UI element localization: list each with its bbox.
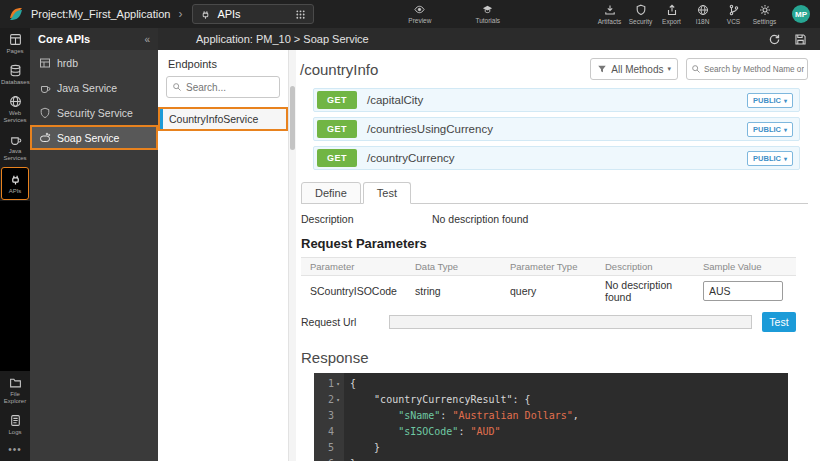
chevron-down-icon: ▾: [784, 155, 787, 162]
rail-item-pages[interactable]: Pages: [0, 28, 30, 59]
i18n-button[interactable]: I18N: [689, 4, 716, 25]
endpoints-search[interactable]: [166, 76, 280, 98]
settings-label: Settings: [753, 18, 777, 25]
globe-icon: [9, 95, 22, 108]
security-label: Security: [629, 18, 652, 25]
test-button[interactable]: Test: [762, 312, 796, 332]
rail-label: Logs: [1, 429, 29, 436]
col-data-type: Data Type: [406, 261, 501, 272]
wavemaker-logo-icon[interactable]: [8, 6, 24, 22]
rail-item-logs[interactable]: Logs: [0, 409, 30, 440]
artifacts-label: Artifacts: [598, 18, 621, 25]
branch-icon: [728, 4, 740, 16]
core-item-security-service[interactable]: Security Service: [30, 100, 158, 125]
save-icon[interactable]: [794, 33, 807, 46]
visibility-dropdown[interactable]: PUBLIC ▾: [747, 151, 793, 166]
vcs-button[interactable]: VCS: [720, 4, 747, 25]
folder-icon: [9, 376, 22, 389]
workspace-switcher[interactable]: APIs: [192, 4, 314, 24]
rail-item-databases[interactable]: Databases: [0, 59, 30, 90]
request-url-row: Request Url Test: [301, 312, 796, 332]
rail-item-file-explorer[interactable]: File Explorer: [0, 371, 30, 409]
code-line: }: [350, 456, 579, 461]
chevron-down-icon: ▾: [784, 97, 787, 104]
gutter-line-number: 5: [328, 440, 334, 456]
tutorials-button[interactable]: Tutorials: [475, 4, 500, 24]
gear-icon: [759, 4, 771, 16]
api-row-countries-using-currency[interactable]: GET /countriesUsingCurrency PUBLIC ▾: [313, 117, 800, 141]
refresh-icon[interactable]: [768, 33, 781, 46]
endpoint-list-item[interactable]: CountryInfoService: [158, 107, 288, 131]
methods-filter-label: All Methods: [611, 64, 663, 75]
export-arrow-icon: [666, 4, 678, 16]
coffee-icon: [39, 82, 51, 94]
sample-value-input[interactable]: [703, 281, 783, 301]
security-button[interactable]: Security: [627, 4, 654, 25]
export-label: Export: [662, 18, 681, 25]
endpoints-list: CountryInfoService: [158, 107, 288, 131]
gutter-line-number: 4: [328, 424, 334, 440]
table-grid-icon: [39, 57, 51, 69]
response-editor[interactable]: 1▾ 2▾ 3▾ 4▾ 5▾ 6▾ { "countryCurrencyResu…: [314, 373, 788, 461]
graduation-cap-icon: [481, 4, 494, 15]
tab-test[interactable]: Test: [363, 182, 411, 204]
top-bar: Project:My_First_Application › APIs Prev: [0, 0, 820, 28]
rail-item-apis[interactable]: APIs: [1, 167, 29, 200]
grid-menu-icon[interactable]: [295, 9, 306, 20]
fold-icon[interactable]: ▾: [334, 392, 342, 408]
endpoints-search-input[interactable]: [186, 82, 276, 93]
core-item-label: Security Service: [57, 107, 133, 119]
search-icon: [691, 64, 701, 74]
core-item-soap-service[interactable]: Soap Service: [30, 125, 158, 150]
breadcrumb: Application: PM_10 > Soap Service: [196, 33, 768, 45]
visibility-dropdown[interactable]: PUBLIC ▾: [747, 122, 793, 137]
api-row-capital-city[interactable]: GET /capitalCity PUBLIC ▾: [313, 88, 800, 112]
chevron-down-icon: ▾: [784, 126, 787, 133]
api-path: /capitalCity: [367, 94, 423, 106]
rail-label: APIs: [1, 188, 29, 195]
settings-button[interactable]: Settings: [751, 4, 778, 25]
request-url-input[interactable]: [389, 315, 752, 329]
log-file-icon: [9, 414, 22, 427]
app-breadcrumb-strip: Application: PM_10 > Soap Service: [158, 28, 820, 50]
export-button[interactable]: Export: [658, 4, 685, 25]
rail-label: Databases: [1, 79, 29, 86]
core-item-java-service[interactable]: Java Service: [30, 75, 158, 100]
user-avatar[interactable]: MP: [792, 5, 810, 23]
funnel-icon: [597, 64, 607, 74]
api-row-country-currency[interactable]: GET /countryCurrency PUBLIC ▾: [313, 146, 800, 170]
table-header-row: Parameter Data Type Parameter Type Descr…: [301, 257, 796, 276]
request-parameters-table: Parameter Data Type Parameter Type Descr…: [301, 257, 796, 306]
cell-description: No description found: [596, 279, 694, 303]
more-options-icon[interactable]: •••: [0, 440, 30, 461]
core-item-hrdb[interactable]: hrdb: [30, 50, 158, 75]
download-tray-icon: [604, 4, 616, 16]
description-label: Description: [301, 213, 432, 225]
editor-code: { "countryCurrencyResult": { "sName": "A…: [344, 373, 579, 461]
artifacts-button[interactable]: Artifacts: [596, 4, 623, 25]
method-search[interactable]: [686, 58, 808, 80]
workspace-label: APIs: [217, 8, 289, 20]
endpoints-title: Endpoints: [168, 58, 288, 70]
tutorials-label: Tutorials: [475, 17, 500, 24]
method-search-input[interactable]: [704, 65, 804, 74]
core-item-label: Java Service: [57, 82, 117, 94]
preview-button[interactable]: Preview: [408, 4, 431, 24]
rail-label: Pages: [1, 48, 29, 55]
col-sample-value: Sample Value: [694, 261, 796, 272]
api-path: /countriesUsingCurrency: [367, 123, 493, 135]
vertical-scrollbar: [289, 50, 296, 461]
visibility-dropdown[interactable]: PUBLIC ▾: [747, 93, 793, 108]
scrollbar-thumb[interactable]: [290, 86, 295, 150]
editor-gutter: 1▾ 2▾ 3▾ 4▾ 5▾ 6▾: [314, 373, 344, 461]
rail-item-web-services[interactable]: Web Services: [0, 90, 30, 128]
core-apis-title: Core APIs: [38, 33, 144, 45]
tab-define[interactable]: Define: [301, 182, 361, 204]
chevron-down-icon: ▾: [667, 65, 671, 73]
collapse-panel-icon[interactable]: «: [144, 34, 150, 45]
core-apis-panel: Core APIs « hrdb Java Service Security S…: [30, 28, 158, 461]
fold-icon[interactable]: ▾: [334, 376, 342, 392]
rail-item-java-services[interactable]: Java Services: [0, 128, 30, 166]
methods-filter-dropdown[interactable]: All Methods ▾: [590, 58, 678, 80]
request-url-label: Request Url: [301, 316, 389, 328]
